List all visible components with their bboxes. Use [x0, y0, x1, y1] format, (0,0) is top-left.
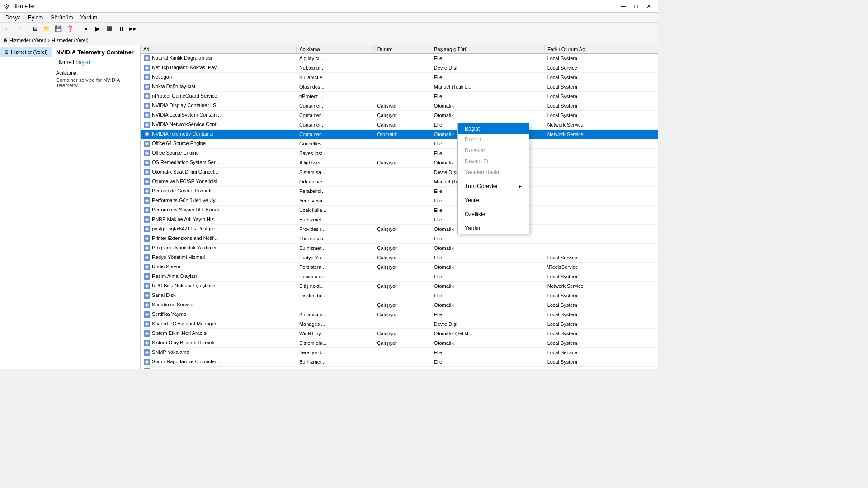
table-row[interactable]: Radyo Yönetimi HizmetiRadyo Yö...Çalışıy…: [141, 253, 658, 263]
col-name[interactable]: Ad: [141, 45, 297, 54]
context-menu-item[interactable]: Yeniden Başlat: [458, 167, 529, 178]
service-logon: [545, 225, 658, 234]
folder-button[interactable]: 📁: [41, 24, 52, 34]
menu-yardim[interactable]: Yardım: [76, 14, 101, 22]
menu-dosya[interactable]: Dosya: [2, 14, 24, 22]
table-row[interactable]: NetlogonKullanıcı v...ElleLocal System: [141, 73, 658, 82]
service-logon: [545, 149, 658, 158]
table-row[interactable]: Sanal DiskDiskler, bi...ElleLocal System: [141, 291, 658, 300]
table-container[interactable]: Ad Açıklama Durum Başlangıç Türü Farklı …: [141, 45, 658, 369]
table-row[interactable]: Shared PC Account ManagerManages ...Devr…: [141, 319, 658, 329]
service-name: Otomatik Saat Dilimi Güncel...: [152, 169, 218, 174]
service-desc: nProtect ...: [297, 92, 374, 101]
table-row[interactable]: NVIDIA LocalSystem Contain...Container..…: [141, 111, 658, 120]
table-row[interactable]: SNMP YakalamaYerel ya d...ElleLocal Serv…: [141, 348, 658, 357]
context-menu-item[interactable]: Yardım: [458, 223, 529, 234]
table-row[interactable]: Perakende Gösteri HizmetiPerakend...Elle: [141, 187, 658, 196]
computer-button[interactable]: 🖥: [29, 24, 40, 34]
svg-point-29: [146, 143, 148, 145]
col-logon[interactable]: Farklı Oturum Aç: [545, 45, 658, 54]
service-status: [374, 348, 431, 357]
breadcrumb-item2[interactable]: Hizmetler (Yerel): [52, 38, 89, 43]
pause-button[interactable]: ⏸: [116, 24, 127, 34]
minimize-button[interactable]: —: [618, 2, 629, 11]
table-row[interactable]: Redis ServerPersistent ...ÇalışıyorOtoma…: [141, 263, 658, 272]
service-desc: Resim alm...: [297, 272, 374, 282]
service-icon: [143, 311, 151, 318]
context-menu-item[interactable]: Devam Et: [458, 156, 529, 167]
detail-action-link[interactable]: başlat: [75, 59, 90, 66]
toolbar: ← → 🖥 📁 💾 ❓ ■ ▶ ⬛ ⏸ ▶▶: [0, 23, 658, 35]
svg-point-47: [146, 200, 148, 202]
col-desc[interactable]: Açıklama: [297, 45, 374, 54]
table-row[interactable]: Performans Günlükleri ve Uy...Yerel veya…: [141, 196, 658, 206]
stop-button[interactable]: ■: [80, 24, 91, 34]
sidebar-item-local[interactable]: 🖥 Hizmetler (Yerel): [0, 47, 52, 57]
table-row[interactable]: nProtect GameGuard ServicenProtect ...El…: [141, 92, 658, 101]
service-desc: Radyo Yö...: [297, 253, 374, 263]
table-row[interactable]: Performans Sayacı DLL KonakUzak kulla...…: [141, 206, 658, 215]
table-row[interactable]: Net.Tcp Bağlantı Noktası Pay...Net.tcp p…: [141, 63, 658, 73]
restart-button[interactable]: ▶▶: [127, 24, 138, 34]
context-menu-item[interactable]: Başlat: [458, 123, 529, 134]
table-row[interactable]: PNRP Makine Adı Yayın Hiz...Bu hizmet...…: [141, 215, 658, 225]
detail-action: Hizmeti başlat: [56, 59, 137, 66]
service-icon: [143, 169, 151, 176]
context-menu-item[interactable]: Duraklat: [458, 145, 529, 156]
svg-point-20: [146, 114, 148, 116]
close-button[interactable]: ✕: [643, 2, 655, 11]
table-row[interactable]: Sistem Olay Bildirim HizmetiSistem ola..…: [141, 338, 658, 348]
col-startup[interactable]: Başlangıç Türü: [431, 45, 545, 54]
menu-eylem[interactable]: Eylem: [24, 14, 47, 22]
table-row[interactable]: postgresql-x64-9.1 - Postgre...Provides …: [141, 225, 658, 234]
table-row[interactable]: NVIDIA NetworkService Cont...Container..…: [141, 120, 658, 130]
service-desc: Saves inst...: [297, 149, 374, 158]
table-row[interactable]: Office Source EngineSaves inst...Elle: [141, 149, 658, 158]
save-button[interactable]: 💾: [53, 24, 64, 34]
service-name: NVIDIA Telemetry Container: [152, 131, 214, 136]
maximize-button[interactable]: □: [630, 2, 642, 11]
table-row[interactable]: Otomatik Saat Dilimi Güncel...Sistem sa.…: [141, 168, 658, 177]
sidebar: 🖥 Hizmetler (Yerel): [0, 45, 52, 369]
service-desc: Sistem sa...: [297, 168, 374, 177]
table-row[interactable]: OS Remediation System Ser...A lightwei..…: [141, 158, 658, 168]
table-row[interactable]: RPC Bitiş Noktası EşleştiricisiBitiş nok…: [141, 282, 658, 291]
table-row[interactable]: Resim Alma OlaylarıResim alm...ElleLocal…: [141, 272, 658, 282]
table-row[interactable]: Sertifika YaymaKullanıcı s...ÇalışıyorEl…: [141, 310, 658, 319]
svg-point-56: [146, 228, 148, 230]
context-menu-item[interactable]: Yenile: [458, 195, 529, 206]
stop2-button[interactable]: ⬛: [104, 24, 115, 34]
table-row[interactable]: Sistem Etkinlikleri AracısıWinRT uy...Ça…: [141, 329, 658, 338]
menu-gorunum[interactable]: Görünüm: [47, 14, 76, 22]
service-desc: Olası dos...: [297, 82, 374, 92]
forward-button[interactable]: →: [14, 24, 24, 34]
table-row[interactable]: Natural Kimlik DoğrulamasıAlgılayıcı ...…: [141, 54, 658, 63]
table-row[interactable]: Nokta DoğrulayıcısıOlası dos...Manuel (T…: [141, 82, 658, 92]
svg-rect-99: [144, 368, 150, 369]
context-menu-item[interactable]: Durdur: [458, 134, 529, 145]
play-button[interactable]: ▶: [92, 24, 103, 34]
table-row[interactable]: Ödeme ve NFC/SE YöneticisiOdeme ve...Man…: [141, 177, 658, 187]
context-menu-item[interactable]: Özellikler: [458, 209, 529, 220]
service-desc: Kullanıcı s...: [297, 310, 374, 319]
service-icon: [143, 225, 151, 233]
context-menu: BaşlatDurdurDuraklatDevam EtYeniden Başl…: [457, 123, 529, 234]
table-row[interactable]: Office 64 Source EngineGüncelles...Elle: [141, 139, 658, 149]
table-row[interactable]: NVIDIA Display Container LSContainer...Ç…: [141, 101, 658, 111]
table-row[interactable]: NVIDIA Telemetry ContainerContainer...Ot…: [141, 130, 658, 139]
col-status[interactable]: Durum: [374, 45, 431, 54]
table-row[interactable]: SQL Server (SQLEXPRESS)Provides s...Çalı…: [141, 367, 658, 369]
service-logon: [545, 139, 658, 149]
table-row[interactable]: Printer Extensions and Notifi...This ser…: [141, 234, 658, 244]
service-icon: [143, 206, 151, 214]
context-menu-item[interactable]: Tüm Görevler▶: [458, 181, 529, 192]
table-row[interactable]: Sorun Raporları ve Çözümler...Bu hizmet.…: [141, 357, 658, 367]
table-body: Natural Kimlik DoğrulamasıAlgılayıcı ...…: [141, 54, 658, 369]
back-button[interactable]: ←: [2, 24, 13, 34]
separator: [27, 25, 27, 33]
breadcrumb-item1[interactable]: Hizmetler (Yerel): [9, 38, 47, 43]
service-logon: Local Service: [545, 63, 658, 73]
table-row[interactable]: Program Uyumluluk Yardımcı...Bu hizmet..…: [141, 244, 658, 253]
table-row[interactable]: Sandboxie ServiceÇalışıyorOtomatikLocal …: [141, 300, 658, 310]
help-button[interactable]: ❓: [65, 24, 75, 34]
